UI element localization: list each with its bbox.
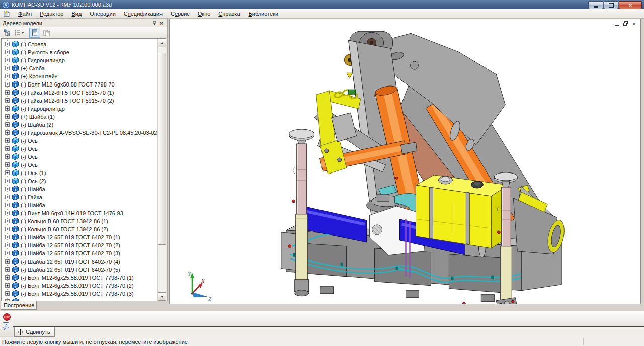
expand-toggle[interactable]: + [5, 211, 10, 215]
expand-toggle[interactable]: + [5, 138, 10, 143]
expand-toggle[interactable]: + [5, 203, 10, 207]
expand-toggle[interactable]: + [5, 106, 10, 111]
expand-toggle[interactable]: + [5, 187, 10, 191]
tree-structure-button[interactable] [2, 28, 13, 38]
expand-toggle[interactable]: + [5, 90, 10, 95]
expand-toggle[interactable]: + [5, 130, 10, 135]
expand-toggle[interactable]: + [5, 58, 10, 62]
tree-item[interactable]: +(-) Болт М12-6gx25.58.019 ГОСТ 7798-70 … [2, 281, 157, 289]
tree-item[interactable]: +(+) Скоба [2, 64, 157, 72]
expand-toggle[interactable]: + [5, 251, 10, 255]
expand-toggle[interactable]: + [5, 267, 10, 272]
scroll-down-button[interactable] [158, 292, 166, 301]
tree-item[interactable]: +(-) Ось [2, 136, 157, 144]
tree-item[interactable]: +(-) Ось [2, 160, 157, 168]
expand-toggle[interactable]: + [5, 243, 10, 247]
menu-item-7[interactable]: Справка [214, 10, 244, 17]
pin-icon[interactable] [151, 20, 158, 27]
tree-item[interactable]: +(-) Ось [2, 152, 157, 160]
tree-item[interactable]: +(-) Шайба 12 65Г 019 ГОСТ 6402-70 (2) [2, 241, 157, 249]
tree-view-options-button[interactable] [14, 28, 25, 38]
menu-item-6[interactable]: Окно [194, 10, 215, 17]
expand-toggle[interactable]: + [5, 291, 10, 296]
tree-item[interactable]: +(-) Кольцо В 60 ГОСТ 13942-86 (1) [2, 217, 157, 225]
expand-toggle[interactable]: + [5, 122, 10, 127]
tree-item[interactable]: +(-) Шайба 12 65Г 019 ГОСТ 6402-70 (4) [2, 257, 157, 265]
tree-item[interactable]: +(-) Гидроцилиндр [2, 104, 157, 112]
tree-item[interactable]: +(-) Ось (1) [2, 168, 157, 177]
tree-scrollbar[interactable] [157, 39, 166, 301]
stop-button[interactable]: STOP [3, 313, 11, 321]
expand-toggle[interactable]: + [5, 82, 10, 86]
expand-toggle[interactable]: + [5, 50, 10, 54]
expand-toggle[interactable]: + [5, 162, 10, 167]
expand-toggle[interactable]: + [5, 42, 10, 46]
mdi-restore-button[interactable] [622, 20, 629, 27]
mdi-close-button[interactable]: × [631, 20, 637, 27]
tree-item[interactable]: +(-) Гидроцилиндр [2, 56, 157, 64]
expand-toggle[interactable]: + [5, 235, 10, 239]
expand-toggle[interactable]: + [5, 170, 10, 175]
expand-toggle[interactable]: + [5, 219, 10, 223]
title-bar[interactable]: K КОМПАС-3D V12 - КМУ 102.00.000.a3d × [0, 0, 644, 9]
menu-item-3[interactable]: Операции [86, 10, 119, 17]
tree-item[interactable]: +(-) Шайба (2) [2, 120, 157, 128]
menu-item-5[interactable]: Сервис [167, 10, 194, 17]
expand-toggle[interactable]: + [5, 179, 10, 183]
expand-toggle[interactable]: + [5, 195, 10, 199]
expand-toggle[interactable]: + [5, 114, 10, 119]
maximize-button[interactable] [604, 1, 618, 9]
mdi-minimize-button[interactable] [614, 20, 620, 27]
tree-item-label: (-) Кольцо В 60 ГОСТ 13942-86 (2) [21, 226, 108, 232]
expand-toggle[interactable]: + [5, 98, 10, 103]
tab-construction[interactable]: Построение [1, 301, 37, 310]
tree-relations-button[interactable] [41, 28, 52, 38]
menu-item-8[interactable]: Библиотеки [245, 10, 283, 17]
expand-toggle[interactable]: + [5, 74, 10, 78]
menu-item-4[interactable]: Спецификация [120, 10, 167, 17]
tree-item[interactable]: +(-) Шайба 12 65Г 019 ГОСТ 6402-70 (3) [2, 249, 157, 257]
tree-item[interactable]: +(-) Болт М12-6gx25.58.019 ГОСТ 7798-70 … [2, 289, 157, 297]
help-button[interactable]: ? [3, 322, 10, 330]
expand-toggle[interactable]: + [5, 283, 10, 288]
tab-move[interactable]: Сдвинуть [14, 327, 55, 337]
expand-toggle[interactable]: + [5, 259, 10, 264]
menu-item-0[interactable]: Файл [14, 10, 36, 17]
tree-item[interactable]: +(-) Шайба 12 65Г 019 ГОСТ 6402-70 (5) [2, 265, 157, 273]
expand-toggle[interactable]: + [5, 146, 10, 151]
tree-item[interactable]: +(-) Болт М12-6gx50.58 ГОСТ 7798-70 [2, 80, 157, 88]
tree-item[interactable]: +(-) Шайба [2, 185, 157, 193]
tree-item[interactable]: +(-) Гайка М12-6Н.5 ГОСТ 5915-70 (2) [2, 96, 157, 104]
tree-item[interactable]: + [2, 297, 157, 301]
tree-composition-button[interactable] [29, 28, 40, 38]
tree-item[interactable]: +(-) Ось [2, 144, 157, 152]
tree-item[interactable]: +(-) Гайка [2, 193, 157, 201]
panel-close-icon[interactable]: × [158, 20, 165, 27]
tree-item[interactable]: +(-) Гидрозамок A-VBSO-SE-30-FC2-PL 08.4… [2, 128, 157, 136]
tree-item[interactable]: +(+) Шайба (1) [2, 112, 157, 120]
menu-item-1[interactable]: Редактор [36, 10, 67, 17]
expand-toggle[interactable]: + [5, 227, 10, 231]
tree-item[interactable]: +(-) Стрела [2, 40, 157, 48]
tree-item[interactable]: +(-) Шайба 12 65Г 019 ГОСТ 6402-70 (1) [2, 233, 157, 241]
scrollbar-thumb[interactable] [158, 53, 166, 245]
tree-item[interactable]: +(-) Шайба [2, 201, 157, 209]
scroll-up-button[interactable] [158, 39, 166, 47]
tree-item[interactable]: +(-) Ось (2) [2, 177, 157, 185]
expand-toggle[interactable]: + [5, 275, 10, 280]
minimize-button[interactable] [588, 1, 603, 9]
tree-item[interactable]: +(-) Рукоять в сборе [2, 48, 157, 56]
tree-item[interactable]: +(-) Болт М12-6gx25.58.019 ГОСТ 7798-70 … [2, 273, 157, 281]
tree-item-label: (-) Ось [21, 145, 38, 152]
expand-toggle[interactable]: + [5, 66, 10, 70]
tree-item[interactable]: +(+) Кронштейн [2, 72, 157, 80]
expand-toggle[interactable]: + [5, 154, 10, 159]
tree-item[interactable]: +(-) Гайка М12-6Н.5 ГОСТ 5915-70 (1) [2, 88, 157, 96]
tree-item[interactable]: +(-) Кольцо В 60 ГОСТ 13942-86 (2) [2, 225, 157, 233]
menu-item-2[interactable]: Вид [67, 10, 86, 17]
part-icon [12, 257, 19, 265]
viewport-3d[interactable]: Y X Z × [169, 19, 641, 304]
tree-item[interactable]: +(-) Винт М8-6gx8.14Н.019 ГОСТ 1476-93 [2, 209, 157, 217]
new-document-icon[interactable] [3, 10, 10, 17]
close-button[interactable]: × [619, 1, 642, 9]
